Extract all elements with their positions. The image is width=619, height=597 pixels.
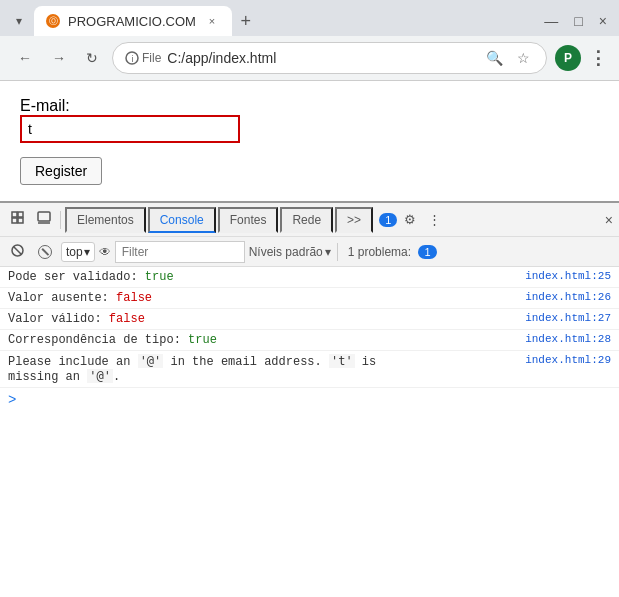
tab-rede[interactable]: Rede: [280, 207, 333, 233]
tab-console[interactable]: Console: [148, 207, 216, 233]
mono-text: '@': [87, 369, 113, 383]
svg-text:i: i: [132, 54, 134, 64]
window-controls: — □ ×: [540, 9, 611, 33]
console-row-content: Valor válido: false: [8, 312, 517, 326]
filter-input[interactable]: [115, 241, 245, 263]
console-row-content: Please include an '@' in the email addre…: [8, 354, 517, 384]
svg-rect-6: [38, 212, 50, 221]
block-requests-button[interactable]: [33, 242, 57, 262]
toolbar2-sep: [337, 243, 338, 261]
tab-more[interactable]: >>: [335, 207, 373, 233]
console-prompt[interactable]: >: [0, 388, 619, 412]
console-link[interactable]: index.html:29: [517, 354, 611, 366]
address-bar: ← → ↻ i File C:/app/index.html 🔍 ☆ P ⋮: [0, 36, 619, 80]
console-link[interactable]: index.html:27: [517, 312, 611, 324]
more-options-button[interactable]: ⋮: [589, 47, 607, 69]
clear-icon: [11, 244, 24, 257]
devtools-sub-toolbar: top ▾ 👁 Níveis padrão ▾ 1 problema: 1: [0, 237, 619, 267]
tab-switcher-button[interactable]: ▾: [8, 10, 30, 32]
console-row: Valor ausente: false index.html:26: [0, 288, 619, 309]
info-icon: i: [125, 51, 139, 65]
console-badge: 1: [379, 213, 397, 227]
devtools-settings-button[interactable]: ⚙: [399, 209, 421, 230]
minimize-button[interactable]: —: [540, 9, 562, 33]
console-row: Please include an '@' in the email addre…: [0, 351, 619, 388]
svg-rect-3: [18, 212, 23, 217]
page-content: E-mail: Register: [0, 81, 619, 201]
val-true: true: [188, 333, 217, 347]
zoom-button[interactable]: 🔍: [482, 46, 507, 70]
console-row: Pode ser validado: true index.html:25: [0, 267, 619, 288]
devtools-more-button[interactable]: ⋮: [423, 209, 446, 230]
close-button[interactable]: ×: [595, 9, 611, 33]
address-protocol: i File: [125, 51, 161, 65]
forward-button[interactable]: →: [46, 46, 72, 70]
console-row: Valor válido: false index.html:27: [0, 309, 619, 330]
address-actions: 🔍 ☆: [482, 46, 534, 70]
console-text: Valor válido: false: [8, 312, 145, 326]
active-tab: Ⓞ PROGRAMICIO.COM ×: [34, 6, 232, 36]
new-tab-button[interactable]: +: [232, 7, 260, 35]
tab-elementos[interactable]: Elementos: [65, 207, 146, 233]
toolbar-separator: [60, 211, 61, 229]
console-row: Correspondência de tipo: true index.html…: [0, 330, 619, 351]
top-label: top: [66, 245, 83, 259]
console-text: Valor ausente: false: [8, 291, 152, 305]
val-true: true: [145, 270, 174, 284]
devtools-inspect-icon[interactable]: [6, 208, 30, 231]
console-row-content: Pode ser validado: true: [8, 270, 517, 284]
cursor-icon: [11, 211, 25, 225]
mono-text: '@': [138, 354, 164, 368]
tab-fontes[interactable]: Fontes: [218, 207, 279, 233]
console-link[interactable]: index.html:26: [517, 291, 611, 303]
console-text: Correspondência de tipo: true: [8, 333, 217, 347]
console-output: Pode ser validado: true index.html:25 Va…: [0, 267, 619, 498]
email-label: E-mail:: [20, 97, 70, 114]
console-row-content: Valor ausente: false: [8, 291, 517, 305]
devtools-element-picker[interactable]: [32, 208, 56, 231]
tab-close-button[interactable]: ×: [204, 13, 220, 29]
maximize-button[interactable]: □: [570, 9, 586, 33]
clear-console-button[interactable]: [6, 241, 29, 263]
console-text: Pode ser validado: true: [8, 270, 174, 284]
filter-wrap: [115, 241, 245, 263]
levels-label: Níveis padrão: [249, 245, 323, 259]
levels-arrow: ▾: [325, 245, 331, 259]
tab-bar: ▾ Ⓞ PROGRAMICIO.COM × + — □ ×: [0, 0, 619, 36]
address-bar-input[interactable]: i File C:/app/index.html 🔍 ☆: [112, 42, 547, 74]
problem-indicator: 1 problema: 1: [348, 245, 437, 259]
email-input[interactable]: [20, 115, 240, 143]
mono-text: 't': [329, 354, 355, 368]
devtools-toolbar: Elementos Console Fontes Rede >> 1 ⚙ ⋮ ×: [0, 203, 619, 237]
svg-line-9: [14, 247, 21, 254]
console-row-content: Correspondência de tipo: true: [8, 333, 517, 347]
dropdown-arrow: ▾: [84, 245, 90, 259]
devtools-panel: Elementos Console Fontes Rede >> 1 ⚙ ⋮ ×…: [0, 201, 619, 496]
console-link[interactable]: index.html:28: [517, 333, 611, 345]
problem-label: 1 problema:: [348, 245, 411, 259]
levels-dropdown[interactable]: Níveis padrão ▾: [249, 245, 331, 259]
svg-rect-2: [12, 212, 17, 217]
address-url: C:/app/index.html: [167, 50, 276, 66]
reload-button[interactable]: ↻: [80, 46, 104, 70]
tab-title: PROGRAMICIO.COM: [68, 14, 196, 29]
console-text: Please include an '@' in the email addre…: [8, 355, 376, 384]
val-false: false: [116, 291, 152, 305]
profile-button[interactable]: P: [555, 45, 581, 71]
svg-rect-4: [12, 218, 17, 223]
block-icon: [38, 245, 52, 259]
devtools-close-button[interactable]: ×: [605, 212, 613, 228]
browser-chrome: ▾ Ⓞ PROGRAMICIO.COM × + — □ × ← → ↻ i Fi…: [0, 0, 619, 81]
eye-button[interactable]: 👁: [99, 245, 111, 259]
back-button[interactable]: ←: [12, 46, 38, 70]
bookmark-button[interactable]: ☆: [513, 46, 534, 70]
svg-rect-5: [18, 218, 23, 223]
tab-favicon: Ⓞ: [46, 14, 60, 28]
element-picker-icon: [37, 211, 51, 225]
problem-badge: 1: [418, 245, 436, 259]
val-false: false: [109, 312, 145, 326]
console-link[interactable]: index.html:25: [517, 270, 611, 282]
top-context-selector[interactable]: top ▾: [61, 242, 95, 262]
register-button[interactable]: Register: [20, 157, 102, 185]
